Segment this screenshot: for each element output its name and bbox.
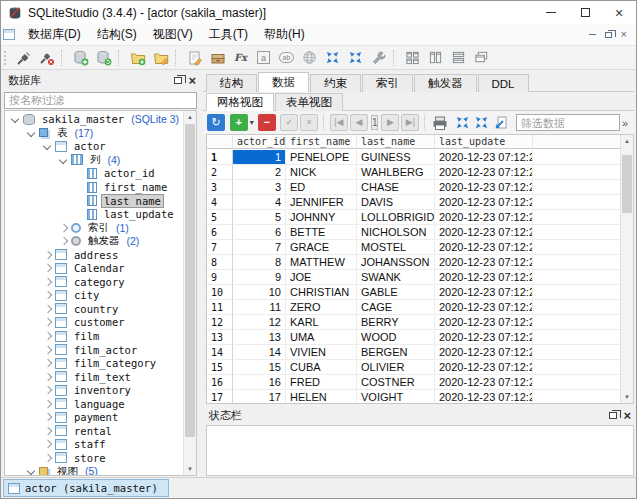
grid-scrollbar[interactable]: ▲ ▼ (620, 135, 633, 403)
chevron-right-icon[interactable] (40, 250, 54, 260)
grid-cell[interactable]: KARL (286, 315, 357, 330)
fit-rows-button[interactable] (474, 112, 489, 133)
grid-cell[interactable]: 2020-12-23 07:12:29 (435, 195, 533, 210)
grid-cell[interactable]: 2020-12-23 07:12:29 (435, 210, 533, 225)
chevron-right-icon[interactable] (40, 453, 54, 463)
grid-filter-input[interactable] (516, 114, 620, 131)
folder-edit-button[interactable] (150, 47, 171, 68)
close-panel-icon[interactable]: × (623, 409, 631, 422)
chevron-down-icon[interactable] (56, 155, 70, 165)
subtab-form-view[interactable]: 表单视图 (275, 93, 343, 111)
grid-cell[interactable]: 10 (233, 285, 286, 300)
mdi-restore-icon[interactable] (605, 32, 612, 38)
float-panel-icon[interactable] (174, 77, 182, 84)
tree-item-address[interactable]: address (5, 248, 183, 262)
grid-cell[interactable]: 14 (233, 345, 286, 360)
grid-cell[interactable]: JOHNNY (286, 210, 357, 225)
tree-item-索引[interactable]: 索引(1) (5, 221, 183, 235)
grid-cell[interactable]: 2020-12-23 07:12:29 (435, 360, 533, 375)
grid-cell[interactable]: UMA (286, 330, 357, 345)
menu-structure[interactable]: 结构(S) (89, 24, 145, 45)
mdi-minimize-icon[interactable] (589, 34, 596, 35)
grid-cell[interactable]: FRED (286, 375, 357, 390)
window-minimize-button[interactable] (534, 1, 568, 24)
tree-item-staff[interactable]: staff (5, 438, 183, 452)
row-number[interactable]: 12 (207, 315, 233, 330)
tree-item-触发器[interactable]: 触发器(2) (5, 234, 183, 248)
chevron-right-icon[interactable] (40, 277, 54, 287)
grid-cell[interactable]: 13 (233, 330, 286, 345)
row-number[interactable]: 7 (207, 240, 233, 255)
folder-add-button[interactable] (127, 47, 148, 68)
chevron-right-icon[interactable] (56, 223, 70, 233)
grid-cell[interactable]: SWANK (357, 270, 435, 285)
chevron-right-icon[interactable] (40, 317, 54, 327)
tree-item-rental[interactable]: rental (5, 424, 183, 438)
add-row-dropdown-icon[interactable]: ▾ (250, 118, 254, 127)
grid-cell[interactable]: BERRY (357, 315, 435, 330)
scroll-up-icon[interactable]: ▲ (184, 111, 196, 123)
row-number[interactable]: 5 (207, 210, 233, 225)
row-number[interactable]: 6 (207, 225, 233, 240)
grid-cell[interactable]: HELEN (286, 390, 357, 403)
tree-item-country[interactable]: country (5, 302, 183, 316)
menu-view[interactable]: 视图(V) (145, 24, 201, 45)
add-database-button[interactable] (70, 47, 91, 68)
tree-item-last_name[interactable]: last_name (5, 194, 183, 208)
grid-cell[interactable]: ZERO (286, 300, 357, 315)
grid-cell[interactable]: VOIGHT (357, 390, 435, 403)
grid-cell[interactable]: GUINESS (357, 150, 435, 165)
grid-cell[interactable]: VIVIEN (286, 345, 357, 360)
chevron-right-icon[interactable] (40, 399, 54, 409)
grid-cell[interactable]: 2020-12-23 07:12:29 (435, 285, 533, 300)
connect-database-button[interactable] (13, 47, 34, 68)
grid-cell[interactable]: NICK (286, 165, 357, 180)
tile-horizontally-button[interactable] (448, 47, 469, 68)
menu-database[interactable]: 数据库(D) (20, 24, 89, 45)
row-number[interactable]: 11 (207, 300, 233, 315)
grid-cell[interactable]: 2020-12-23 07:12:29 (435, 225, 533, 240)
row-number[interactable]: 13 (207, 330, 233, 345)
row-number[interactable]: 16 (207, 375, 233, 390)
tree-item-inventory[interactable]: inventory (5, 383, 183, 397)
tree-item-first_name[interactable]: first_name (5, 180, 183, 194)
grid-cell[interactable]: BERGEN (357, 345, 435, 360)
chevron-right-icon[interactable] (40, 385, 54, 395)
grid-cell[interactable]: 2020-12-23 07:12:29 (435, 390, 533, 403)
delete-row-button[interactable]: − (258, 114, 276, 131)
chevron-down-icon[interactable] (8, 114, 22, 124)
next-page-button[interactable]: ▶ (381, 114, 399, 131)
import-button[interactable]: ab (276, 47, 297, 68)
functions-editor-button[interactable]: Fx (230, 47, 251, 68)
tree-item-payment[interactable]: payment (5, 411, 183, 425)
grid-cell[interactable]: 5 (233, 210, 286, 225)
column-header-actor_id[interactable]: actor_id (233, 135, 286, 149)
open-sql-editor-button[interactable] (184, 47, 205, 68)
tree-item-actor_id[interactable]: actor_id (5, 167, 183, 181)
grid-cell[interactable]: 2020-12-23 07:12:29 (435, 165, 533, 180)
chevron-right-icon[interactable] (40, 345, 54, 355)
taskbar-tab-actor[interactable]: actor (sakila_master) (3, 479, 169, 497)
disconnect-database-button[interactable] (36, 47, 57, 68)
tree-item-film[interactable]: film (5, 329, 183, 343)
grid-cell[interactable]: COSTNER (357, 375, 435, 390)
grid-cell[interactable]: 2020-12-23 07:12:29 (435, 270, 533, 285)
database-filter-input[interactable] (4, 92, 197, 109)
tree-item-actor[interactable]: actor (5, 140, 183, 154)
grid-cell[interactable]: 15 (233, 360, 286, 375)
menu-tools[interactable]: 工具(T) (201, 24, 256, 45)
grid-cell[interactable]: CAGE (357, 300, 435, 315)
fit-columns-button[interactable] (455, 112, 470, 133)
grid-cell[interactable]: 2020-12-23 07:12:29 (435, 240, 533, 255)
tree-item-city[interactable]: city (5, 289, 183, 303)
grid-cell[interactable]: 2020-12-23 07:12:29 (435, 345, 533, 360)
row-number[interactable]: 2 (207, 165, 233, 180)
grid-cell[interactable]: WAHLBERG (357, 165, 435, 180)
export-button[interactable] (299, 47, 320, 68)
toolbar-drag-handle[interactable] (4, 51, 9, 65)
column-header-last_name[interactable]: last_name (357, 135, 435, 149)
tree-item-sakila_master[interactable]: sakila_master(SQLite 3) (5, 113, 183, 127)
tree-item-视图[interactable]: 视图(5) (5, 465, 183, 475)
chevron-right-icon[interactable] (40, 439, 54, 449)
tab-data[interactable]: 数据 (258, 72, 309, 92)
